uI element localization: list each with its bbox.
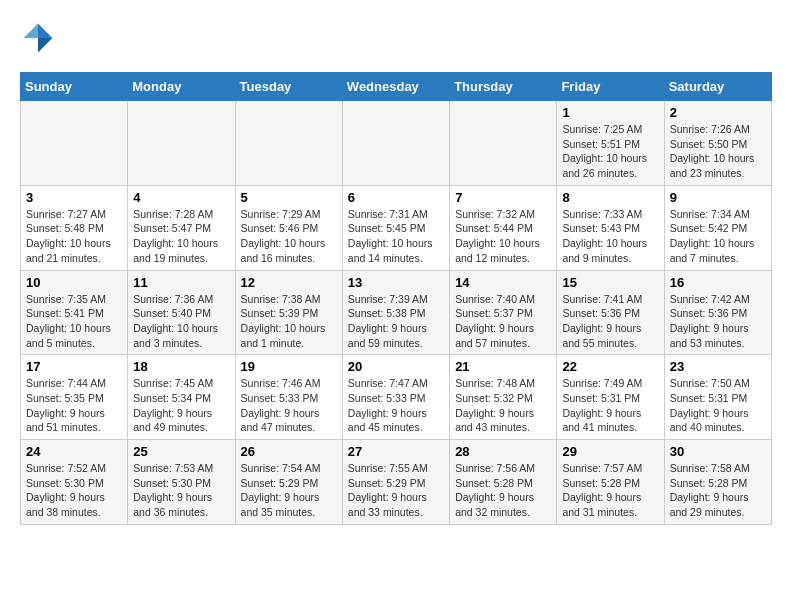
- day-info: Sunrise: 7:45 AM Sunset: 5:34 PM Dayligh…: [133, 376, 229, 435]
- calendar-cell: 28Sunrise: 7:56 AM Sunset: 5:28 PM Dayli…: [450, 440, 557, 525]
- day-info: Sunrise: 7:36 AM Sunset: 5:40 PM Dayligh…: [133, 292, 229, 351]
- day-number: 26: [241, 444, 337, 459]
- day-info: Sunrise: 7:33 AM Sunset: 5:43 PM Dayligh…: [562, 207, 658, 266]
- weekday-header-friday: Friday: [557, 73, 664, 101]
- day-number: 19: [241, 359, 337, 374]
- calendar-cell: 12Sunrise: 7:38 AM Sunset: 5:39 PM Dayli…: [235, 270, 342, 355]
- day-number: 27: [348, 444, 444, 459]
- calendar-cell: 14Sunrise: 7:40 AM Sunset: 5:37 PM Dayli…: [450, 270, 557, 355]
- day-info: Sunrise: 7:34 AM Sunset: 5:42 PM Dayligh…: [670, 207, 766, 266]
- weekday-header-sunday: Sunday: [21, 73, 128, 101]
- calendar-cell: 1Sunrise: 7:25 AM Sunset: 5:51 PM Daylig…: [557, 101, 664, 186]
- day-info: Sunrise: 7:41 AM Sunset: 5:36 PM Dayligh…: [562, 292, 658, 351]
- day-info: Sunrise: 7:52 AM Sunset: 5:30 PM Dayligh…: [26, 461, 122, 520]
- day-info: Sunrise: 7:54 AM Sunset: 5:29 PM Dayligh…: [241, 461, 337, 520]
- day-number: 12: [241, 275, 337, 290]
- day-number: 17: [26, 359, 122, 374]
- day-info: Sunrise: 7:28 AM Sunset: 5:47 PM Dayligh…: [133, 207, 229, 266]
- calendar-cell: 6Sunrise: 7:31 AM Sunset: 5:45 PM Daylig…: [342, 185, 449, 270]
- weekday-header-tuesday: Tuesday: [235, 73, 342, 101]
- day-info: Sunrise: 7:39 AM Sunset: 5:38 PM Dayligh…: [348, 292, 444, 351]
- calendar-cell: 23Sunrise: 7:50 AM Sunset: 5:31 PM Dayli…: [664, 355, 771, 440]
- day-number: 18: [133, 359, 229, 374]
- calendar-cell: 20Sunrise: 7:47 AM Sunset: 5:33 PM Dayli…: [342, 355, 449, 440]
- day-info: Sunrise: 7:26 AM Sunset: 5:50 PM Dayligh…: [670, 122, 766, 181]
- svg-marker-1: [38, 38, 52, 52]
- calendar-cell: [342, 101, 449, 186]
- day-info: Sunrise: 7:42 AM Sunset: 5:36 PM Dayligh…: [670, 292, 766, 351]
- calendar-cell: 18Sunrise: 7:45 AM Sunset: 5:34 PM Dayli…: [128, 355, 235, 440]
- day-info: Sunrise: 7:57 AM Sunset: 5:28 PM Dayligh…: [562, 461, 658, 520]
- day-info: Sunrise: 7:27 AM Sunset: 5:48 PM Dayligh…: [26, 207, 122, 266]
- calendar-cell: 16Sunrise: 7:42 AM Sunset: 5:36 PM Dayli…: [664, 270, 771, 355]
- day-number: 11: [133, 275, 229, 290]
- day-info: Sunrise: 7:55 AM Sunset: 5:29 PM Dayligh…: [348, 461, 444, 520]
- calendar-cell: 11Sunrise: 7:36 AM Sunset: 5:40 PM Dayli…: [128, 270, 235, 355]
- page-header: [20, 20, 772, 56]
- day-number: 6: [348, 190, 444, 205]
- calendar-cell: 13Sunrise: 7:39 AM Sunset: 5:38 PM Dayli…: [342, 270, 449, 355]
- calendar-cell: 2Sunrise: 7:26 AM Sunset: 5:50 PM Daylig…: [664, 101, 771, 186]
- day-number: 22: [562, 359, 658, 374]
- calendar-cell: 9Sunrise: 7:34 AM Sunset: 5:42 PM Daylig…: [664, 185, 771, 270]
- calendar-cell: 27Sunrise: 7:55 AM Sunset: 5:29 PM Dayli…: [342, 440, 449, 525]
- calendar-cell: 17Sunrise: 7:44 AM Sunset: 5:35 PM Dayli…: [21, 355, 128, 440]
- calendar-cell: 29Sunrise: 7:57 AM Sunset: 5:28 PM Dayli…: [557, 440, 664, 525]
- day-info: Sunrise: 7:44 AM Sunset: 5:35 PM Dayligh…: [26, 376, 122, 435]
- logo: [20, 20, 60, 56]
- calendar-cell: 19Sunrise: 7:46 AM Sunset: 5:33 PM Dayli…: [235, 355, 342, 440]
- day-number: 5: [241, 190, 337, 205]
- day-number: 1: [562, 105, 658, 120]
- weekday-header-saturday: Saturday: [664, 73, 771, 101]
- calendar-cell: [450, 101, 557, 186]
- svg-marker-0: [38, 24, 52, 38]
- calendar-cell: 15Sunrise: 7:41 AM Sunset: 5:36 PM Dayli…: [557, 270, 664, 355]
- svg-marker-2: [24, 24, 38, 38]
- day-number: 8: [562, 190, 658, 205]
- calendar-cell: 10Sunrise: 7:35 AM Sunset: 5:41 PM Dayli…: [21, 270, 128, 355]
- day-number: 4: [133, 190, 229, 205]
- day-info: Sunrise: 7:48 AM Sunset: 5:32 PM Dayligh…: [455, 376, 551, 435]
- calendar-cell: 3Sunrise: 7:27 AM Sunset: 5:48 PM Daylig…: [21, 185, 128, 270]
- calendar-cell: 4Sunrise: 7:28 AM Sunset: 5:47 PM Daylig…: [128, 185, 235, 270]
- day-number: 21: [455, 359, 551, 374]
- day-info: Sunrise: 7:56 AM Sunset: 5:28 PM Dayligh…: [455, 461, 551, 520]
- calendar-week-1: 1Sunrise: 7:25 AM Sunset: 5:51 PM Daylig…: [21, 101, 772, 186]
- weekday-header-wednesday: Wednesday: [342, 73, 449, 101]
- calendar-cell: [128, 101, 235, 186]
- calendar-week-2: 3Sunrise: 7:27 AM Sunset: 5:48 PM Daylig…: [21, 185, 772, 270]
- day-info: Sunrise: 7:25 AM Sunset: 5:51 PM Dayligh…: [562, 122, 658, 181]
- weekday-header-monday: Monday: [128, 73, 235, 101]
- day-number: 24: [26, 444, 122, 459]
- day-number: 14: [455, 275, 551, 290]
- day-info: Sunrise: 7:46 AM Sunset: 5:33 PM Dayligh…: [241, 376, 337, 435]
- day-number: 20: [348, 359, 444, 374]
- day-info: Sunrise: 7:53 AM Sunset: 5:30 PM Dayligh…: [133, 461, 229, 520]
- day-info: Sunrise: 7:50 AM Sunset: 5:31 PM Dayligh…: [670, 376, 766, 435]
- calendar-cell: 24Sunrise: 7:52 AM Sunset: 5:30 PM Dayli…: [21, 440, 128, 525]
- calendar-cell: 8Sunrise: 7:33 AM Sunset: 5:43 PM Daylig…: [557, 185, 664, 270]
- calendar-cell: [21, 101, 128, 186]
- day-number: 30: [670, 444, 766, 459]
- calendar-cell: 5Sunrise: 7:29 AM Sunset: 5:46 PM Daylig…: [235, 185, 342, 270]
- calendar-week-5: 24Sunrise: 7:52 AM Sunset: 5:30 PM Dayli…: [21, 440, 772, 525]
- day-info: Sunrise: 7:40 AM Sunset: 5:37 PM Dayligh…: [455, 292, 551, 351]
- calendar-cell: 26Sunrise: 7:54 AM Sunset: 5:29 PM Dayli…: [235, 440, 342, 525]
- weekday-header-row: SundayMondayTuesdayWednesdayThursdayFrid…: [21, 73, 772, 101]
- calendar-cell: 22Sunrise: 7:49 AM Sunset: 5:31 PM Dayli…: [557, 355, 664, 440]
- day-number: 28: [455, 444, 551, 459]
- day-number: 10: [26, 275, 122, 290]
- day-info: Sunrise: 7:58 AM Sunset: 5:28 PM Dayligh…: [670, 461, 766, 520]
- calendar-cell: 25Sunrise: 7:53 AM Sunset: 5:30 PM Dayli…: [128, 440, 235, 525]
- day-number: 15: [562, 275, 658, 290]
- day-info: Sunrise: 7:38 AM Sunset: 5:39 PM Dayligh…: [241, 292, 337, 351]
- day-number: 29: [562, 444, 658, 459]
- day-number: 13: [348, 275, 444, 290]
- calendar-cell: [235, 101, 342, 186]
- day-number: 9: [670, 190, 766, 205]
- calendar-cell: 30Sunrise: 7:58 AM Sunset: 5:28 PM Dayli…: [664, 440, 771, 525]
- day-info: Sunrise: 7:47 AM Sunset: 5:33 PM Dayligh…: [348, 376, 444, 435]
- day-number: 7: [455, 190, 551, 205]
- calendar-table: SundayMondayTuesdayWednesdayThursdayFrid…: [20, 72, 772, 525]
- day-number: 16: [670, 275, 766, 290]
